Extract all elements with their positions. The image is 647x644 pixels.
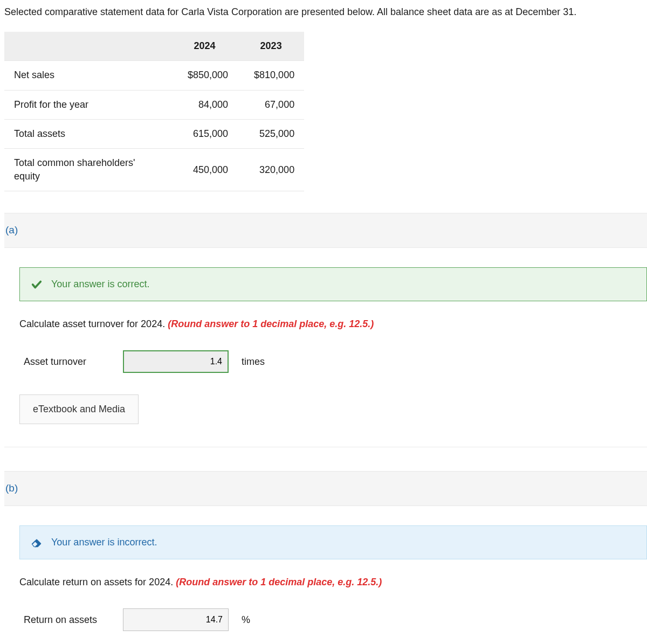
feedback-correct-banner: Your answer is correct. [19, 267, 647, 301]
answer-unit: times [242, 355, 265, 369]
prompt-hint: (Round answer to 1 decimal place, e.g. 1… [176, 577, 382, 587]
row-label: Total common shareholders' equity [4, 148, 171, 191]
table-row: Profit for the year 84,000 67,000 [4, 90, 304, 119]
cell-value: 67,000 [238, 90, 304, 119]
part-a-label: (a) [4, 213, 647, 248]
cell-value: $850,000 [171, 61, 238, 90]
part-b-label: (b) [4, 471, 647, 506]
col-header-2023: 2023 [238, 32, 304, 61]
table-corner [4, 32, 171, 61]
etextbook-media-button[interactable]: eTextbook and Media [19, 394, 139, 424]
row-label: Net sales [4, 61, 171, 90]
table-row: Total common shareholders' equity 450,00… [4, 148, 304, 191]
intro-text: Selected comparative statement data for … [4, 5, 647, 19]
eraser-icon [31, 536, 43, 548]
prompt-main: Calculate asset turnover for 2024. [19, 318, 168, 329]
financial-data-table: 2024 2023 Net sales $850,000 $810,000 Pr… [4, 32, 304, 191]
prompt-hint: (Round answer to 1 decimal place, e.g. 1… [168, 318, 374, 329]
table-row: Net sales $850,000 $810,000 [4, 61, 304, 90]
cell-value: $810,000 [238, 61, 304, 90]
feedback-text: Your answer is correct. [51, 278, 149, 291]
part-b-prompt: Calculate return on assets for 2024. (Ro… [19, 576, 647, 589]
table-row: Total assets 615,000 525,000 [4, 119, 304, 148]
checkmark-icon [31, 279, 43, 290]
part-a-prompt: Calculate asset turnover for 2024. (Roun… [19, 317, 647, 331]
return-on-assets-input[interactable] [123, 608, 229, 631]
row-label: Profit for the year [4, 90, 171, 119]
answer-label: Asset turnover [24, 355, 105, 369]
row-label: Total assets [4, 119, 171, 148]
part-b-answer-row: Return on assets % [24, 608, 647, 631]
prompt-main: Calculate return on assets for 2024. [19, 577, 176, 587]
part-a-answer-row: Asset turnover times [24, 350, 647, 373]
feedback-text: Your answer is incorrect. [51, 536, 157, 549]
answer-label: Return on assets [24, 613, 105, 627]
answer-unit: % [242, 613, 250, 627]
cell-value: 615,000 [171, 119, 238, 148]
cell-value: 84,000 [171, 90, 238, 119]
cell-value: 525,000 [238, 119, 304, 148]
feedback-incorrect-banner: Your answer is incorrect. [19, 525, 647, 559]
cell-value: 450,000 [171, 148, 238, 191]
col-header-2024: 2024 [171, 32, 238, 61]
asset-turnover-input[interactable] [123, 350, 229, 373]
cell-value: 320,000 [238, 148, 304, 191]
